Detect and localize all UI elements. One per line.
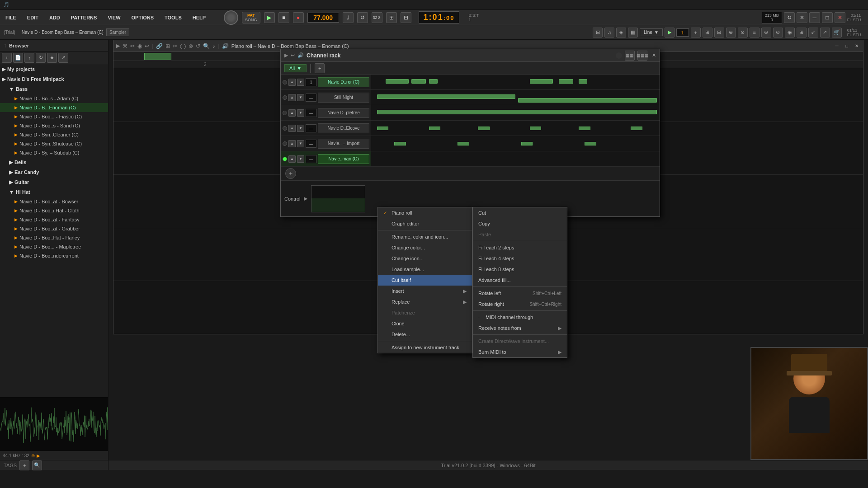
tb11[interactable]: ↗ <box>820 28 830 38</box>
ctx-piano-roll[interactable]: ✓ Piano roll <box>378 207 472 218</box>
list-item[interactable]: ▶ Navie D - Syn..Shutcase (C) <box>0 139 108 148</box>
record-button[interactable]: ● <box>293 12 304 23</box>
tb9[interactable]: ⊞ <box>797 28 807 38</box>
ctx-cut-itself[interactable]: Cut itself <box>378 275 472 286</box>
list-item[interactable]: ▶ Navie D - Boo... - Mapletree <box>0 242 108 251</box>
cr-filter-all[interactable]: All ▼ <box>284 64 307 72</box>
ctx-fill8[interactable]: Fill each 8 steps <box>473 264 567 275</box>
menu-edit[interactable]: EDIT <box>25 13 40 22</box>
cr-name-btn-1[interactable]: Navie D..ror (C) <box>318 77 369 87</box>
ctx-load-sample[interactable]: Load sample... <box>378 264 472 275</box>
cr-down-1[interactable]: ▼ <box>297 79 304 86</box>
list-item[interactable]: ▶ Navie D - Sy..– Subdub (C) <box>0 148 108 157</box>
tree-folder-my-projects[interactable]: ▶ My projects <box>0 64 108 74</box>
list-item[interactable]: ▶ Navie D - Boo... - Fiasco (C) <box>0 112 108 121</box>
pr-close-btn[interactable]: ✕ <box>853 42 860 50</box>
metronome-btn[interactable]: ♩ <box>343 12 354 23</box>
cr-bars2-btn[interactable]: ▦▦▦ <box>637 51 647 61</box>
cr-name-btn-4[interactable]: Navie D..Elcove <box>318 123 369 133</box>
pr-icon6[interactable]: ⊞ <box>165 43 170 49</box>
pr-icon12[interactable]: ♪ <box>212 43 215 49</box>
cr-up-5[interactable]: ▲ <box>288 140 296 147</box>
pr-icon9[interactable]: ⊗ <box>189 43 193 49</box>
list-item[interactable]: ▶ Navie D - Boo..at - Bowser <box>0 197 108 206</box>
pat-song-toggle[interactable]: PAT SONG <box>242 12 260 23</box>
ctx-rotate-left[interactable]: Rotate left Shift+Ctrl+Left <box>473 288 567 299</box>
menu-tools[interactable]: TOOLS <box>163 13 184 22</box>
cr-led-4[interactable] <box>283 126 287 131</box>
cr-pr-2[interactable] <box>371 90 660 105</box>
ctx-change-color[interactable]: Change color... <box>378 242 472 253</box>
cr-name-btn-6[interactable]: Navie..man (C) <box>318 154 369 164</box>
cr-play-icon[interactable]: ▶ <box>284 52 288 58</box>
ctx-graph-editor[interactable]: Graph editor <box>378 218 472 229</box>
ctx-adv-fill[interactable]: Advanced fill... <box>473 275 567 286</box>
tb5[interactable]: ≡ <box>750 28 760 38</box>
browser-export-btn[interactable]: ↗ <box>58 53 68 63</box>
pr-icon2[interactable]: ✂ <box>130 43 135 49</box>
list-item[interactable]: ▶ Navie D - Bo..s - Adam (C) <box>0 94 108 103</box>
line-dropdown[interactable]: Line ▼ <box>640 28 663 36</box>
close-btn[interactable]: ✕ <box>835 12 845 23</box>
tb8[interactable]: ◉ <box>785 28 795 38</box>
cr-led-3[interactable] <box>283 111 287 115</box>
ctx-copy[interactable]: Copy <box>473 218 567 229</box>
cr-led-2[interactable] <box>283 95 287 100</box>
menu-view[interactable]: VIEW <box>106 13 122 22</box>
ctx-rename[interactable]: Rename, color and icon... <box>378 231 472 242</box>
pr-icon8[interactable]: ◯ <box>180 43 186 49</box>
cr-name-btn-2[interactable]: Still Night <box>318 93 369 103</box>
cr-up-4[interactable]: ▲ <box>288 125 296 132</box>
cr-up-6[interactable]: ▲ <box>288 155 296 163</box>
list-item[interactable]: ▶ Navie D - Boo..Hat - Harley <box>0 233 108 242</box>
ctx-insert[interactable]: Insert ▶ <box>378 286 472 296</box>
list-item[interactable]: ▶ Navie D - Boo..ndercurrent <box>0 251 108 260</box>
cr-pr-6[interactable] <box>371 151 660 166</box>
ctx-rotate-right[interactable]: Rotate right Shift+Ctrl+Right <box>473 299 567 310</box>
pr-icon1[interactable]: ⚒ <box>123 43 127 49</box>
ctx-replace[interactable]: Replace ▶ <box>378 296 472 307</box>
piano-roll-btn[interactable]: ♫ <box>604 28 614 38</box>
maximize-btn[interactable]: □ <box>822 12 833 23</box>
pr-minimize-btn[interactable]: ─ <box>833 42 840 50</box>
refresh-btn[interactable]: ↻ <box>784 12 795 23</box>
list-item[interactable]: ▶ Navie D - Boo..at - Fantasy <box>0 215 108 224</box>
tree-folder-bells[interactable]: ▶ Bells <box>0 157 108 167</box>
menu-patterns[interactable]: PATTERNS <box>69 13 99 22</box>
tb3[interactable]: ⊕ <box>726 28 736 38</box>
step-plus-btn[interactable]: + <box>691 28 701 38</box>
menu-file[interactable]: FILE <box>4 13 18 22</box>
cr-light-btn[interactable] <box>616 52 622 59</box>
ctx-midi-through[interactable]: · MIDI channel through <box>473 312 567 323</box>
list-item[interactable]: ▶ Navie D - B...Enoman (C) <box>0 103 108 112</box>
ctx-burn-midi[interactable]: Burn MIDI to ▶ <box>473 347 567 357</box>
pr-icon10[interactable]: ↺ <box>196 43 200 49</box>
pr-icon11[interactable]: 🔍 <box>203 43 210 49</box>
browser-star-btn[interactable]: ★ <box>47 53 57 63</box>
pr-icon5[interactable]: 🔗 <box>156 43 163 49</box>
grid-btn[interactable]: ⊟ <box>401 12 411 23</box>
ctx-cut[interactable]: Cut <box>473 207 567 218</box>
ctx-assign[interactable]: Assign to new instrument track <box>378 342 472 353</box>
tree-folder-hi-hat[interactable]: ▼ Hi Hat <box>0 187 108 197</box>
pr-icon7[interactable]: ✂ <box>173 43 177 49</box>
browser-refresh-btn[interactable]: ↻ <box>36 53 46 63</box>
cr-down-4[interactable]: ▼ <box>297 125 304 132</box>
cr-name-btn-5[interactable]: Navie.. – Import <box>318 139 369 149</box>
cr-pr-5[interactable] <box>371 136 660 151</box>
cr-bars-btn[interactable]: ▦▦ <box>625 51 635 61</box>
tb10[interactable]: ↙ <box>808 28 818 38</box>
cr-pr-4[interactable] <box>371 121 660 136</box>
menu-add[interactable]: ADD <box>47 13 62 22</box>
tb6[interactable]: ⊛ <box>761 28 771 38</box>
tags-search-btn[interactable]: 🔍 <box>32 460 42 470</box>
tempo-display[interactable]: 77.000 <box>307 13 339 23</box>
cr-down-5[interactable]: ▼ <box>297 140 304 147</box>
cr-add-btn[interactable]: + <box>315 63 325 73</box>
ctx-delete[interactable]: Delete... <box>378 329 472 340</box>
minimize-btn[interactable]: ─ <box>809 12 820 23</box>
cr-led-1[interactable] <box>283 80 287 84</box>
mixer-btn[interactable]: ⊞ <box>593 28 603 38</box>
list-item[interactable]: ▶ Navie D - Syn..Cleaner (C) <box>0 130 108 139</box>
cr-up-3[interactable]: ▲ <box>288 109 296 117</box>
